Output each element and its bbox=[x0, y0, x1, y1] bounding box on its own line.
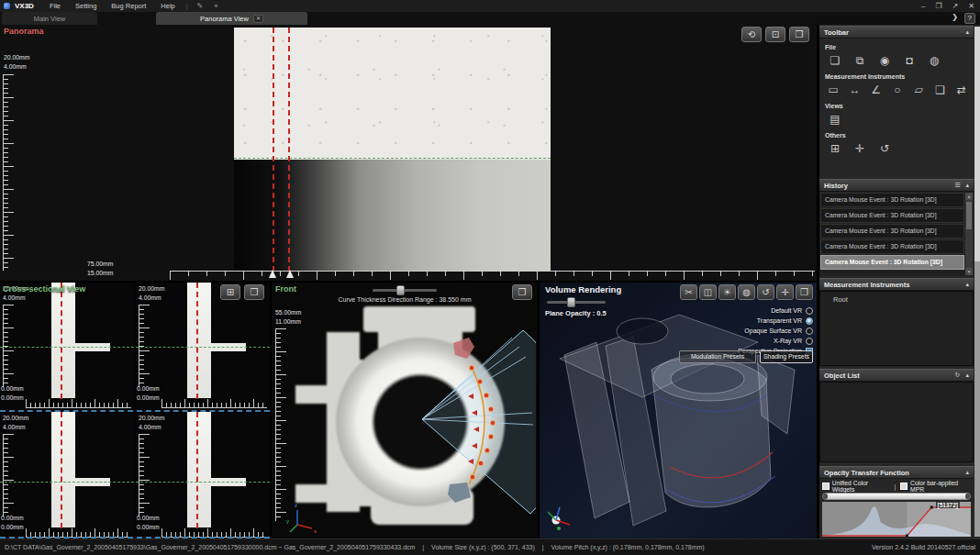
panorama-xray-viewport[interactable] bbox=[234, 28, 551, 272]
history-item[interactable]: Camera Mouse Event : 3D Rotation [3D] bbox=[820, 224, 964, 239]
slice-vline-red[interactable] bbox=[196, 283, 198, 399]
vr-clipping-tool-icon[interactable]: ✂ bbox=[680, 284, 697, 300]
panorama-slice-vline-red-2[interactable] bbox=[288, 28, 290, 272]
plane-opacity-slider-handle[interactable] bbox=[567, 297, 575, 307]
tree-item-root[interactable]: Root bbox=[820, 292, 973, 304]
vr-slab-tool-icon[interactable]: ◫ bbox=[699, 284, 717, 300]
cross-section-quadrant-3[interactable]: 20.00mm 4.00mm 0.00mm 0.00mm bbox=[0, 412, 134, 538]
distance-tool-icon[interactable]: ↔ bbox=[846, 82, 863, 98]
popout-icon[interactable]: ↗ bbox=[952, 0, 959, 12]
slice-hline-green[interactable] bbox=[136, 482, 270, 483]
annotate-tool-icon[interactable]: ✎ bbox=[193, 2, 208, 10]
collapse-icon[interactable]: ▴ bbox=[965, 28, 969, 36]
print-view-icon[interactable]: ▤ bbox=[825, 111, 845, 128]
history-list-icon[interactable]: ☰ bbox=[954, 182, 960, 189]
radio-selected-icon[interactable] bbox=[806, 317, 813, 325]
collapse-icon[interactable]: ▴ bbox=[965, 372, 969, 379]
front-thickness-slider[interactable] bbox=[373, 289, 437, 292]
shading-presets-button[interactable]: Shading Presets bbox=[760, 350, 813, 363]
slice-hline-green[interactable] bbox=[0, 482, 134, 483]
cross-section-quadrant-2[interactable]: 20.00mm 4.00mm 0.00mm 0.00mm bbox=[136, 283, 270, 409]
window-layout-icon[interactable]: ⊞ bbox=[825, 140, 845, 157]
save-disc-icon[interactable]: ◍ bbox=[924, 52, 944, 69]
panorama-detach-icon[interactable]: ❐ bbox=[789, 27, 809, 42]
restore-icon[interactable]: ❐ bbox=[935, 0, 941, 12]
open-volume-icon[interactable]: ❏ bbox=[825, 52, 845, 69]
vr-reset-view-icon[interactable]: ↺ bbox=[757, 284, 774, 300]
scroll-up-icon[interactable]: ▲ bbox=[965, 193, 973, 200]
refresh-icon[interactable]: ↻ bbox=[955, 372, 961, 379]
scroll-down-icon[interactable]: ▼ bbox=[965, 268, 973, 275]
panorama-fit-view-icon[interactable]: ⊡ bbox=[765, 27, 785, 42]
toolbar-section-header[interactable]: Toolbar ▴ bbox=[819, 26, 974, 39]
menu-file[interactable]: File bbox=[43, 0, 67, 12]
tab-main-view[interactable]: Main View bbox=[2, 12, 97, 25]
menu-help[interactable]: Help bbox=[154, 0, 181, 12]
plane-opacity-slider[interactable] bbox=[547, 301, 606, 304]
sidebar-scrollbar[interactable] bbox=[974, 27, 980, 537]
otf-range-handle-right[interactable] bbox=[965, 494, 970, 499]
minimize-icon[interactable]: – bbox=[921, 0, 925, 12]
color-bar-applied-mpr-checkbox[interactable] bbox=[900, 483, 908, 490]
otf-header[interactable]: Opacity Transfer Function ▴ bbox=[819, 466, 974, 479]
radio-icon[interactable] bbox=[806, 307, 813, 315]
vr-lighting-tool-icon[interactable]: ☀ bbox=[718, 284, 736, 300]
menu-bug-report[interactable]: Bug Report bbox=[105, 0, 152, 12]
close-icon[interactable]: ✕ bbox=[968, 0, 974, 12]
history-item-selected[interactable]: Camera Mouse Event : 3D Rotation [3D] bbox=[820, 255, 964, 270]
menu-setting[interactable]: Setting bbox=[69, 0, 103, 12]
slice-vline-red[interactable] bbox=[61, 283, 62, 399]
panorama-slice-marker-2[interactable] bbox=[286, 270, 294, 278]
history-scrollbar-thumb[interactable] bbox=[966, 202, 972, 229]
panorama-slice-hline-green[interactable] bbox=[234, 158, 551, 159]
cross-section-detach-icon[interactable]: ❐ bbox=[244, 284, 264, 300]
measurement-instruments-header[interactable]: Measurement Instruments ▴ bbox=[819, 278, 974, 291]
collapse-icon[interactable]: ▴ bbox=[965, 469, 969, 476]
cross-section-quadrant-4[interactable]: 20.00mm 4.00mm 0.00mm 0.00mm bbox=[136, 412, 270, 538]
otf-range-slider[interactable] bbox=[822, 493, 971, 500]
radio-transparent-vr[interactable]: Transparent VR bbox=[757, 316, 813, 325]
annotation-tool-icon[interactable]: ❑ bbox=[931, 82, 948, 98]
history-item[interactable]: Camera Mouse Event : 3D Rotation [3D] bbox=[820, 193, 964, 207]
copy-view-icon[interactable]: ⧉ bbox=[850, 52, 870, 69]
front-xray-viewport[interactable]: z y x bbox=[284, 305, 536, 536]
history-scrollbar[interactable]: ▲ ▼ bbox=[965, 193, 973, 275]
radio-xray-vr[interactable]: X-Ray VR bbox=[774, 337, 813, 345]
tab-close-icon[interactable]: ✕ bbox=[253, 15, 263, 23]
tab-panorama-view[interactable]: Panorama View ✕ bbox=[156, 12, 307, 25]
history-section-header[interactable]: History ☰ ▴ bbox=[819, 179, 974, 192]
radio-default-vr[interactable]: Default VR bbox=[771, 306, 813, 315]
panorama-rotate-view-icon[interactable]: ⟲ bbox=[741, 27, 762, 42]
object-list-header[interactable]: Object List ↻ ▴ bbox=[819, 369, 974, 382]
history-item[interactable]: Camera Mouse Event : 3D Rotation [3D] bbox=[820, 239, 964, 254]
panorama-slice-marker-1[interactable] bbox=[269, 270, 276, 278]
vr-render-mode-icon[interactable]: ◍ bbox=[738, 284, 755, 300]
otf-histogram[interactable]: [51372] bbox=[822, 502, 971, 537]
cross-section-quadrant-1[interactable]: 20.00mm 4.00mm 0.00mm 0.00mm bbox=[0, 283, 134, 409]
slice-vline-red[interactable] bbox=[196, 412, 198, 528]
slice-hline-green[interactable] bbox=[136, 347, 270, 348]
front-thickness-slider-handle[interactable] bbox=[396, 285, 405, 295]
picker-tool-icon[interactable]: ⌖ bbox=[209, 2, 223, 11]
collapse-icon[interactable]: ▴ bbox=[965, 281, 969, 288]
collapse-icon[interactable]: ▴ bbox=[965, 182, 969, 189]
angle-tool-icon[interactable]: ∠ bbox=[868, 82, 885, 98]
record-movie-icon[interactable]: ◉ bbox=[874, 52, 895, 69]
capture-screenshot-icon[interactable]: ◘ bbox=[899, 52, 919, 69]
circle-tool-icon[interactable]: ○ bbox=[889, 82, 906, 98]
axis-setup-icon[interactable]: ✛ bbox=[850, 140, 870, 157]
reset-rotation-icon[interactable]: ↺ bbox=[874, 140, 895, 157]
panorama-slice-vline-red-1[interactable] bbox=[273, 28, 274, 272]
radio-icon[interactable] bbox=[806, 338, 813, 345]
radio-icon[interactable] bbox=[806, 327, 813, 335]
sidebar-collapse-chevron-icon[interactable]: ❯ bbox=[952, 13, 958, 21]
polygon-tool-icon[interactable]: ▱ bbox=[910, 82, 927, 98]
radio-opaque-surface-vr[interactable]: Opaque Surface VR bbox=[744, 327, 813, 335]
vr-axis-tool-icon[interactable]: ✛ bbox=[776, 284, 794, 300]
otf-range-handle-left[interactable] bbox=[823, 494, 828, 499]
vr-detach-icon[interactable]: ❐ bbox=[796, 284, 813, 300]
history-item[interactable]: Camera Mouse Event : 3D Rotation [3D] bbox=[820, 208, 964, 223]
slice-hline-green[interactable] bbox=[0, 347, 134, 348]
help-icon[interactable]: ? bbox=[964, 13, 975, 24]
modulation-presets-button[interactable]: Modulation Presets bbox=[679, 350, 756, 363]
